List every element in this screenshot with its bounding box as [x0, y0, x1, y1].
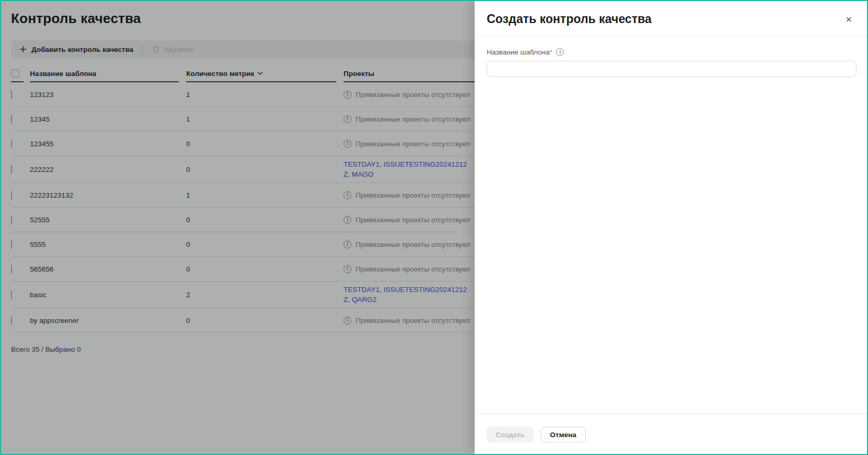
- field-label-text: Название шаблона*: [487, 48, 552, 56]
- panel-title: Создать контроль качества: [487, 12, 651, 26]
- panel-footer: Создать Отмена: [475, 414, 867, 454]
- create-button[interactable]: Создать: [487, 427, 534, 442]
- close-icon[interactable]: ✕: [844, 14, 853, 26]
- required-mark: *: [550, 48, 552, 56]
- panel-body: Название шаблона* i: [475, 36, 867, 414]
- template-name-field-label: Название шаблона* i: [487, 48, 856, 56]
- info-icon[interactable]: i: [556, 48, 564, 56]
- template-name-input[interactable]: [487, 61, 856, 77]
- panel-header: Создать контроль качества ✕: [475, 1, 867, 36]
- create-quality-control-panel: Создать контроль качества ✕ Название шаб…: [475, 1, 867, 454]
- cancel-button[interactable]: Отмена: [541, 427, 586, 442]
